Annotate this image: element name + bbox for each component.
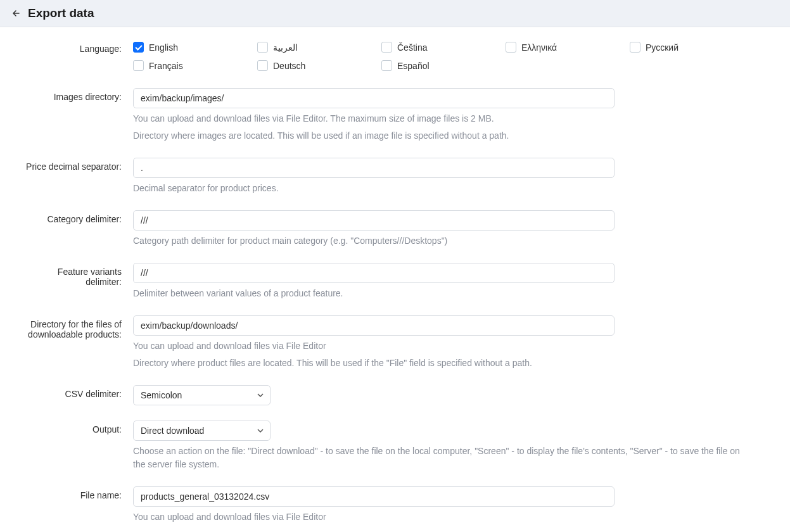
language-grid: EnglishالعربيةČeštinaΕλληνικάРусскийFran… (133, 40, 748, 73)
help-text: Choose an action on the file: "Direct do… (133, 445, 748, 471)
download-dir-input[interactable] (133, 315, 615, 336)
checkbox-icon (257, 60, 268, 71)
help-text: Decimal separator for product prices. (133, 182, 748, 195)
row-feat-delim: Feature variants delimiter: Delimiter be… (25, 263, 748, 300)
checkbox-icon (381, 42, 392, 53)
label-filename: File name: (25, 486, 133, 500)
language-checkbox-item[interactable]: English (133, 40, 251, 54)
help-text: Directory where product files are locate… (133, 357, 748, 370)
row-price-sep: Price decimal separator: Decimal separat… (25, 158, 748, 195)
help-text: Category path delimiter for product main… (133, 234, 748, 248)
checkbox-label: English (149, 42, 178, 53)
row-language: Language: EnglishالعربيةČeštinaΕλληνικάР… (25, 40, 748, 73)
checkbox-icon (630, 42, 640, 53)
checkbox-label: Русский (646, 42, 679, 53)
label-language: Language: (25, 40, 133, 54)
checkbox-label: Deutsch (273, 61, 305, 71)
language-checkbox-item[interactable]: Čeština (381, 40, 499, 54)
price-sep-input[interactable] (133, 158, 615, 178)
language-checkbox-item[interactable]: Deutsch (257, 58, 375, 73)
help-text: You can upload and download files via Fi… (133, 112, 748, 125)
label-cat-delim: Category delimiter: (25, 210, 133, 224)
label-csv-delim: CSV delimiter: (25, 385, 133, 399)
checkbox-icon (257, 42, 268, 53)
images-dir-input[interactable] (133, 88, 615, 108)
label-download-dir: Directory for the files of downloadable … (25, 315, 133, 339)
back-button[interactable] (11, 8, 28, 18)
label-output: Output: (25, 421, 133, 434)
output-select[interactable]: Direct download (133, 421, 271, 441)
language-checkbox-item[interactable]: Français (133, 58, 251, 73)
label-price-sep: Price decimal separator: (25, 158, 133, 172)
export-form: Language: EnglishالعربيةČeštinaΕλληνικάР… (0, 27, 773, 532)
checkbox-icon (506, 42, 516, 53)
arrow-left-icon (11, 8, 22, 18)
csv-delim-select[interactable]: Semicolon (133, 385, 271, 405)
checkbox-label: Español (397, 61, 430, 71)
checkbox-label: Čeština (397, 42, 427, 53)
label-feat-delim: Feature variants delimiter: (25, 263, 133, 287)
row-output: Output: Direct download Choose an action… (25, 421, 748, 471)
language-checkbox-item[interactable]: Español (381, 58, 499, 73)
row-filename: File name: You can upload and download f… (25, 486, 748, 524)
header-bar: Export data (0, 0, 790, 27)
cat-delim-input[interactable] (133, 210, 615, 231)
row-download-dir: Directory for the files of downloadable … (25, 315, 748, 370)
checkbox-label: Français (149, 61, 183, 71)
help-text: Delimiter between variant values of a pr… (133, 287, 748, 300)
row-images-dir: Images directory: You can upload and dow… (25, 88, 748, 142)
checkbox-icon (381, 60, 392, 71)
checkbox-label: Ελληνικά (521, 42, 557, 53)
feat-delim-input[interactable] (133, 263, 615, 283)
checkbox-label: العربية (273, 42, 298, 53)
label-images-dir: Images directory: (25, 88, 133, 102)
checkbox-icon (133, 42, 144, 53)
row-csv-delim: CSV delimiter: Semicolon (25, 385, 748, 405)
language-checkbox-item[interactable]: Русский (630, 40, 748, 54)
help-text: You can upload and download files via Fi… (133, 339, 748, 353)
help-text: Directory where images are located. This… (133, 129, 748, 142)
help-text: You can upload and download files via Fi… (133, 510, 748, 524)
checkbox-icon (133, 60, 144, 71)
filename-input[interactable] (133, 486, 615, 507)
language-checkbox-item[interactable]: Ελληνικά (506, 40, 623, 54)
row-cat-delim: Category delimiter: Category path delimi… (25, 210, 748, 248)
language-checkbox-item[interactable]: العربية (257, 40, 375, 54)
page-title: Export data (28, 6, 94, 20)
